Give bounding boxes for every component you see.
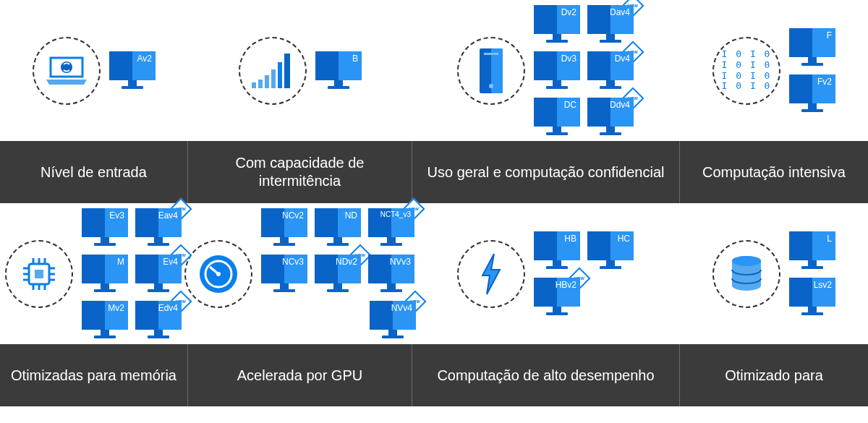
svg-rect-9 — [484, 53, 498, 55]
vm-label: DC — [564, 100, 576, 110]
group-burstable: B — [188, 0, 412, 141]
label-hpc: Computação de alto desempenho — [412, 344, 680, 406]
label-burstable: Com capacidade de intermitência — [188, 141, 412, 203]
vm-label: NVv3 — [390, 257, 411, 267]
vm-tile-hc: HC — [587, 231, 634, 270]
vm-label: NVv4 — [391, 303, 412, 313]
laptop-icon — [33, 37, 101, 105]
row-2-labels: Otimizadas para memória Acelerada por GP… — [0, 344, 868, 406]
vm-label: Mv2 — [108, 303, 124, 313]
vm-tile-lsv2: Lsv2 — [789, 278, 835, 317]
vm-label: L — [827, 234, 832, 244]
vm-tile-ev4: NEWEv4 — [135, 255, 182, 294]
vm-label: Dav4 — [610, 7, 630, 17]
group-storage: L Lsv2 — [680, 203, 868, 344]
vm-label: NDv2 — [336, 257, 357, 267]
group-gpu: NCv2 ND NEWNCT4_v3 NCv3 NEWNDv2 NVv3 NEW… — [188, 203, 412, 344]
chip-icon — [5, 240, 73, 308]
vm-tile-nvv4: NEWNVv4 — [370, 301, 416, 340]
svg-point-10 — [489, 84, 493, 88]
vm-label: HB — [564, 234, 576, 244]
vm-tile-b: B — [315, 51, 362, 90]
group-compute-intensive: I 0 I 0 I 0 I 0 I 0 I 0 I 0 I 0 F Fv2 — [680, 0, 868, 141]
svg-rect-2 — [258, 80, 263, 88]
label-general: Uso geral e computação confidencial — [412, 141, 680, 203]
row-1-labels: Nível de entrada Com capacidade de inter… — [0, 141, 868, 203]
vm-tile-fv2: Fv2 — [789, 74, 835, 114]
lightning-icon — [457, 240, 525, 308]
vm-label: Eav4 — [158, 210, 178, 221]
group-hpc: HB HC NEWHBv2 — [412, 203, 680, 344]
vm-label: NCv3 — [282, 257, 304, 267]
database-icon — [712, 240, 780, 308]
vm-label: Ev3 — [109, 210, 124, 221]
svg-rect-3 — [265, 75, 269, 88]
svg-rect-6 — [284, 54, 290, 88]
vm-tile-hb: HB — [534, 231, 580, 270]
vm-label: NCv2 — [282, 210, 304, 221]
svg-rect-1 — [252, 82, 256, 88]
group-general-confidential: Dv2 NEWDav4 Dv3 NEWDv4 DC NEWDdv4 — [412, 0, 680, 141]
vm-label: Lsv2 — [814, 280, 832, 290]
vm-label: F — [827, 30, 832, 40]
vm-grid-gpu: NCv2 ND NEWNCT4_v3 NCv3 NEWNDv2 NVv3 NEW… — [261, 208, 416, 340]
label-gpu: Acelerada por GPU — [188, 344, 412, 406]
vm-tile-eav4: NEWEav4 — [135, 208, 182, 247]
vm-label: HBv2 — [556, 280, 576, 290]
vm-grid-memory: Ev3 NEWEav4 M NEWEv4 Mv2 NEWEdv4 — [82, 208, 183, 340]
server-icon — [457, 37, 525, 105]
row-2-visuals: Ev3 NEWEav4 M NEWEv4 Mv2 NEWEdv4 NCv2 ND… — [0, 203, 868, 344]
label-entry-level: Nível de entrada — [0, 141, 188, 203]
group-memory: Ev3 NEWEav4 M NEWEv4 Mv2 NEWEdv4 — [0, 203, 188, 344]
svg-point-30 — [732, 256, 761, 266]
vm-label: Av2 — [137, 54, 152, 64]
label-storage: Otimizado para — [680, 344, 868, 406]
vm-label: Dv2 — [561, 7, 576, 17]
vm-tile-f: F — [789, 28, 835, 67]
vm-tile-edv4: NEWEdv4 — [135, 301, 182, 340]
vm-label: B — [352, 54, 358, 64]
vm-label: Edv4 — [158, 303, 178, 313]
vm-tile-m: M — [82, 255, 128, 294]
svg-rect-4 — [271, 69, 276, 88]
svg-point-28 — [216, 272, 221, 276]
vm-label: Fv2 — [817, 77, 832, 87]
vm-tile-av2: Av2 — [109, 51, 156, 90]
svg-rect-12 — [35, 270, 43, 278]
vm-label: Ddv4 — [610, 100, 630, 110]
vm-tile-dv4: NEWDv4 — [587, 51, 634, 90]
vm-grid-hpc: HB HC NEWHBv2 — [534, 231, 635, 317]
vm-tile-ncv2: NCv2 — [261, 208, 307, 247]
vm-tile-nvv3: NVv3 — [368, 255, 414, 294]
vm-tile-ncv3: NCv3 — [261, 255, 307, 294]
vm-col-storage: L Lsv2 — [789, 231, 835, 317]
gauge-icon — [184, 240, 252, 308]
vm-tile-mv2: Mv2 — [82, 301, 128, 340]
binary-icon: I 0 I 0 I 0 I 0 I 0 I 0 I 0 I 0 — [712, 37, 780, 105]
vm-tile-dv2: Dv2 — [534, 5, 580, 44]
vm-tile-dc: DC — [534, 98, 580, 137]
svg-rect-5 — [278, 62, 282, 88]
vm-label: Ev4 — [163, 257, 178, 267]
vm-col-compute: F Fv2 — [789, 28, 835, 114]
vm-tile-l: L — [789, 231, 835, 270]
vm-label: NCT4_v3 — [380, 210, 411, 218]
vm-tile-ev3: Ev3 — [82, 208, 128, 247]
vm-tile-nd: ND — [315, 208, 361, 247]
group-entry-level: Av2 — [0, 0, 188, 141]
vm-label: Dv3 — [561, 54, 576, 64]
vm-label: HC — [618, 234, 630, 244]
vm-tile-hbv2: NEWHBv2 — [534, 278, 580, 317]
vm-tile-ddv4: NEWDdv4 — [587, 98, 634, 137]
vm-grid-general: Dv2 NEWDav4 Dv3 NEWDv4 DC NEWDdv4 — [534, 5, 635, 137]
label-compute: Computação intensiva — [680, 141, 868, 203]
vm-tile-ndv2: NEWNDv2 — [315, 255, 361, 294]
row-1-visuals: Av2 B — [0, 0, 868, 141]
vm-tile-nct4v3: NEWNCT4_v3 — [368, 208, 414, 247]
vm-label: Dv4 — [615, 54, 630, 64]
label-memory: Otimizadas para memória — [0, 344, 188, 406]
vm-tile-dav4: NEWDav4 — [587, 5, 634, 44]
vm-tile-dv3: Dv3 — [534, 51, 580, 90]
vm-label: M — [117, 257, 124, 267]
bar-chart-icon — [239, 37, 307, 105]
